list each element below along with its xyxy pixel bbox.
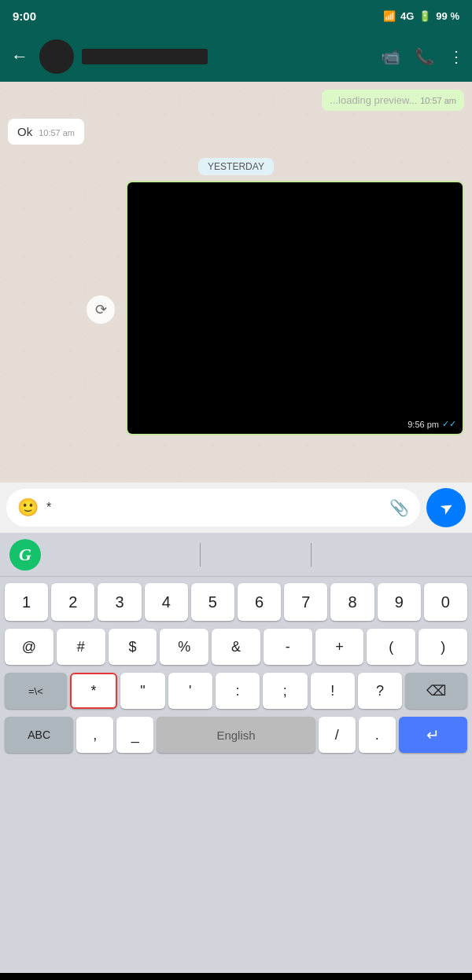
key-percent[interactable]: % <box>160 629 208 665</box>
more-options-icon[interactable]: ⋮ <box>448 47 464 66</box>
input-bar: 🙂 * 📎 ➤ <box>0 483 472 533</box>
status-right: 📶 4G 🔋 99 % <box>383 10 459 22</box>
key-abc[interactable]: ABC <box>5 717 73 753</box>
key-semicolon[interactable]: ; <box>263 673 307 709</box>
key-2[interactable]: 2 <box>51 583 94 621</box>
partial-msg-text: ...loading preview... <box>330 94 417 106</box>
key-hash[interactable]: # <box>57 629 105 665</box>
video-timestamp: 9:56 pm ✓✓ <box>407 419 456 429</box>
key-backspace[interactable]: ⌫ <box>405 673 467 709</box>
header-icons: 📹 📞 ⋮ <box>381 47 464 66</box>
keyboard-number-row: 1 2 3 4 5 6 7 8 9 0 <box>0 582 472 622</box>
network-type: 4G <box>400 10 414 22</box>
battery-icon: 🔋 <box>419 10 431 22</box>
keyboard-special-row-1: @ # $ % & - + ( ) <box>0 627 472 666</box>
contact-name-redacted <box>82 49 208 64</box>
attach-button[interactable]: 📎 <box>389 498 409 517</box>
signal-icon: 📶 <box>383 10 396 22</box>
key-close-paren[interactable]: ) <box>419 629 467 665</box>
key-0[interactable]: 0 <box>424 583 467 621</box>
key-open-paren[interactable]: ( <box>367 629 415 665</box>
key-plus[interactable]: + <box>315 629 364 665</box>
incoming-message-ok: Ok 10:57 am <box>8 119 84 145</box>
key-underscore[interactable]: _ <box>116 717 153 753</box>
avatar[interactable] <box>39 39 74 74</box>
key-symbols[interactable]: =\< <box>5 673 67 709</box>
forward-button[interactable]: ⟳ <box>87 295 115 324</box>
key-ampersand[interactable]: & <box>212 629 260 665</box>
key-exclaim[interactable]: ! <box>311 673 355 709</box>
key-4[interactable]: 4 <box>145 583 188 621</box>
battery-level: 99 % <box>436 10 459 22</box>
key-comma[interactable]: , <box>76 717 113 753</box>
chat-area: ...loading preview... 10:57 am Ok 10:57 … <box>0 82 472 483</box>
key-period[interactable]: . <box>359 717 396 753</box>
key-language[interactable]: English <box>157 717 315 753</box>
send-button[interactable]: ➤ <box>426 488 466 527</box>
emoji-button[interactable]: 🙂 <box>17 497 39 518</box>
key-dollar[interactable]: $ <box>109 629 157 665</box>
grammarly-bar: G <box>0 533 472 577</box>
video-call-icon[interactable]: 📹 <box>381 47 400 66</box>
keyboard-bottom-row: ABC , _ English / . ↵ <box>0 715 472 754</box>
key-squote[interactable]: ' <box>168 673 212 709</box>
key-enter[interactable]: ↵ <box>399 717 467 753</box>
keyboard-special-row-2: =\< * " ' : ; ! ? ⌫ <box>0 671 472 710</box>
key-minus[interactable]: - <box>264 629 312 665</box>
partial-msg-time: 10:57 am <box>420 96 456 105</box>
back-button[interactable]: ← <box>8 43 31 70</box>
key-slash[interactable]: / <box>319 717 356 753</box>
send-icon: ➤ <box>436 496 457 519</box>
chat-header: ← 📹 📞 ⋮ <box>0 31 472 82</box>
key-5[interactable]: 5 <box>191 583 234 621</box>
day-divider: YESTERDAY <box>8 159 464 173</box>
key-6[interactable]: 6 <box>238 583 281 621</box>
key-9[interactable]: 9 <box>378 583 421 621</box>
divider-2 <box>311 543 312 567</box>
video-content <box>127 182 463 434</box>
divider-1 <box>200 543 201 567</box>
bottom-nav: = ○ ◁ <box>0 973 472 980</box>
key-dquote[interactable]: " <box>120 673 164 709</box>
key-asterisk[interactable]: * <box>70 673 117 709</box>
key-colon[interactable]: : <box>216 673 260 709</box>
read-receipt: ✓✓ <box>442 419 456 429</box>
key-3[interactable]: 3 <box>98 583 141 621</box>
status-time: 9:00 <box>13 9 36 23</box>
grammarly-dividers <box>49 543 463 567</box>
day-divider-text: YESTERDAY <box>198 158 274 175</box>
key-question[interactable]: ? <box>358 673 402 709</box>
key-8[interactable]: 8 <box>330 583 374 621</box>
key-7[interactable]: 7 <box>284 583 327 621</box>
key-at[interactable]: @ <box>5 629 53 665</box>
partial-message: ...loading preview... 10:57 am <box>322 90 464 111</box>
input-wrapper: 🙂 * 📎 <box>6 489 420 527</box>
ok-msg-text: Ok <box>17 125 32 138</box>
contact-name-area[interactable] <box>82 49 373 64</box>
key-1[interactable]: 1 <box>5 583 48 621</box>
video-message[interactable]: 9:56 pm ✓✓ <box>126 181 464 435</box>
message-input[interactable]: * <box>46 501 382 515</box>
grammarly-icon[interactable]: G <box>9 539 41 571</box>
ok-msg-time: 10:57 am <box>39 128 75 138</box>
voice-call-icon[interactable]: 📞 <box>415 47 434 66</box>
status-bar: 9:00 📶 4G 🔋 99 % <box>0 0 472 31</box>
keyboard: G 1 2 3 4 5 6 7 8 9 0 @ # $ % & - + ( ) … <box>0 533 472 973</box>
